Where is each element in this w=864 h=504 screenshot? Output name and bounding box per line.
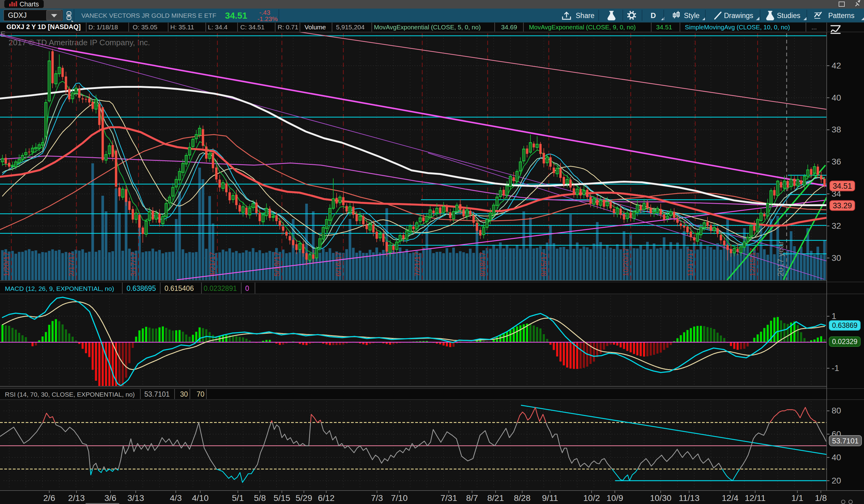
svg-text:4/21/17: 4/21/17 [208, 252, 216, 276]
svg-text:VANECK VECTORS JR GOLD MINERS: VANECK VECTORS JR GOLD MINERS E ETF [81, 12, 216, 19]
svg-text:H: 35.11: H: 35.11 [170, 24, 194, 31]
svg-text:1/20/17: 1/20/17 [2, 252, 10, 276]
svg-text:40: 40 [831, 93, 841, 103]
svg-text:2/17/17: 2/17/17 [67, 252, 75, 276]
svg-text:Drawings: Drawings [724, 12, 753, 20]
svg-text:1/1: 1/1 [792, 493, 803, 503]
svg-text:R: 0.71: R: 0.71 [278, 24, 298, 31]
svg-text:5/29: 5/29 [296, 493, 312, 503]
svg-text:7/3: 7/3 [371, 493, 383, 503]
svg-text:-1.23%: -1.23% [257, 15, 278, 22]
svg-text:D: 1/18/18: D: 1/18/18 [88, 24, 118, 31]
svg-text:...: ... [812, 24, 817, 31]
svg-text:53.7101: 53.7101 [832, 437, 859, 445]
svg-text:30: 30 [180, 390, 188, 398]
svg-text:11/13: 11/13 [679, 493, 699, 503]
svg-text:1: 1 [831, 311, 837, 321]
svg-text:34.51: 34.51 [225, 11, 247, 21]
svg-text:GDXJ: GDXJ [8, 11, 27, 19]
svg-text:70: 70 [196, 390, 205, 398]
svg-text:34.51: 34.51 [656, 24, 672, 31]
svg-text:E: E [1, 30, 5, 38]
svg-text:O: 35.05: O: 35.05 [133, 24, 157, 31]
svg-text:2/6: 2/6 [44, 493, 55, 503]
svg-text:RSI (14, 70, 30, CLOSE, EXPONE: RSI (14, 70, 30, CLOSE, EXPONENTIAL, no) [5, 391, 135, 398]
svg-text:-.43: -.43 [259, 9, 270, 16]
svg-text:7/21/17: 7/21/17 [413, 252, 421, 276]
svg-text:80: 80 [831, 406, 841, 415]
svg-text:33.29: 33.29 [833, 201, 852, 210]
svg-text:Charts: Charts [20, 1, 39, 8]
svg-text:10/9: 10/9 [607, 493, 623, 503]
svg-text:30: 30 [831, 253, 841, 263]
svg-text:8/18/17: 8/18/17 [479, 252, 487, 276]
svg-text:9/15/17: 9/15/17 [540, 252, 548, 276]
svg-text:Patterns: Patterns [828, 12, 854, 20]
svg-text:-1: -1 [831, 363, 839, 373]
svg-text:8/21: 8/21 [487, 493, 504, 503]
svg-text:0.63869: 0.63869 [832, 321, 857, 329]
svg-text:6/12: 6/12 [318, 493, 335, 503]
svg-text:8/28: 8/28 [514, 493, 531, 503]
svg-text:0.02329: 0.02329 [832, 338, 857, 346]
svg-text:0.0232891: 0.0232891 [204, 285, 237, 292]
svg-text:2017 © TD Ameritrade IP Compan: 2017 © TD Ameritrade IP Company, Inc. [9, 38, 150, 47]
svg-text:4/10: 4/10 [192, 493, 209, 503]
svg-text:4/3: 4/3 [170, 493, 182, 503]
svg-text:12/15/17: 12/15/17 [748, 248, 757, 276]
svg-text:3/13: 3/13 [128, 493, 144, 503]
svg-text:42: 42 [831, 61, 841, 70]
svg-text:8/7: 8/7 [466, 493, 478, 503]
svg-text:7/10: 7/10 [391, 493, 408, 503]
svg-text:0.638695: 0.638695 [127, 285, 156, 292]
svg-text:11/17/17: 11/17/17 [686, 248, 694, 276]
svg-text:40: 40 [831, 453, 841, 462]
svg-text:5/19/17: 5/19/17 [273, 252, 281, 276]
svg-text:36: 36 [831, 157, 841, 166]
svg-text:C: 34.51: C: 34.51 [240, 24, 264, 31]
svg-text:Volume: Volume [304, 24, 326, 31]
svg-text:2017 year: 2017 year [776, 241, 785, 276]
svg-text:10/30: 10/30 [650, 493, 671, 503]
svg-text:MACD (12, 26, 9, EXPONENTIAL,: MACD (12, 26, 9, EXPONENTIAL, no) [5, 285, 114, 292]
svg-text:10/20/17: 10/20/17 [622, 248, 630, 276]
svg-text:5/8: 5/8 [254, 493, 266, 503]
svg-text:3/6: 3/6 [105, 493, 117, 503]
svg-text:MovAvgExponential (CLOSE, 9, 0: MovAvgExponential (CLOSE, 9, 0, no) [529, 24, 636, 31]
svg-text:5/15: 5/15 [274, 493, 290, 503]
svg-text:Share: Share [576, 12, 595, 20]
svg-text:GDXJ 2 Y 1D [NASDAQ]: GDXJ 2 Y 1D [NASDAQ] [7, 23, 81, 31]
svg-text:20: 20 [831, 476, 841, 485]
svg-text:D: D [651, 11, 656, 20]
svg-text:Studies: Studies [777, 12, 801, 20]
svg-text:0.615406: 0.615406 [165, 285, 194, 292]
svg-text:L: 34.4: L: 34.4 [208, 24, 228, 31]
svg-text:Style: Style [684, 12, 699, 20]
svg-text:SimpleMovingAvg (CLOSE, 10, 0,: SimpleMovingAvg (CLOSE, 10, 0, no) [685, 24, 790, 31]
svg-text:2/13: 2/13 [68, 493, 85, 503]
svg-text:9/11: 9/11 [542, 493, 558, 503]
svg-text:7/31: 7/31 [441, 493, 457, 503]
svg-text:38: 38 [831, 125, 841, 134]
svg-text:MovAvgExponential (CLOSE, 5, 0: MovAvgExponential (CLOSE, 5, 0, no) [374, 24, 481, 31]
svg-text:1/8: 1/8 [815, 493, 827, 503]
svg-text:5,915,204: 5,915,204 [336, 24, 365, 31]
svg-text:12/4: 12/4 [722, 493, 739, 503]
svg-text:12/11: 12/11 [745, 493, 766, 503]
svg-text:6/16/17: 6/16/17 [334, 252, 343, 276]
svg-text:5/1: 5/1 [232, 493, 244, 503]
svg-text:34.51: 34.51 [833, 182, 852, 190]
svg-text:0: 0 [245, 285, 249, 292]
svg-text:34.69: 34.69 [501, 24, 517, 31]
svg-text:53.7101: 53.7101 [144, 390, 170, 398]
svg-text:3/17/17: 3/17/17 [129, 252, 137, 276]
svg-text:32: 32 [831, 221, 841, 231]
svg-text:10/2: 10/2 [583, 493, 600, 503]
